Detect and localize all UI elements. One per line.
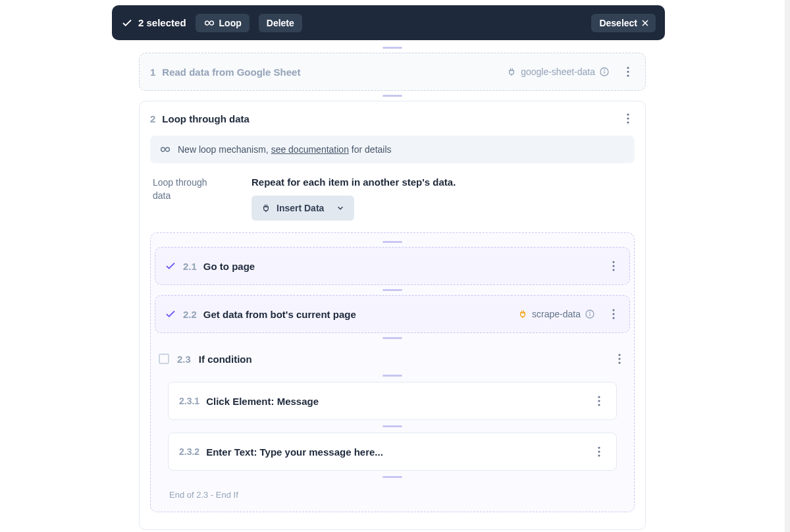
svg-point-25 [598, 404, 600, 406]
svg-point-17 [612, 309, 614, 311]
svg-point-28 [598, 454, 600, 456]
step-output-tag[interactable]: google-sheet-data [506, 66, 610, 77]
selection-toolbar: 2 selected Loop Delete Deselect [112, 5, 665, 40]
svg-point-5 [627, 66, 629, 68]
plug-icon [506, 66, 517, 77]
info-icon[interactable] [599, 66, 610, 77]
step-title: Read data from Google Sheet [162, 66, 300, 78]
step-1[interactable]: 1 Read data from Google Sheet google-she… [139, 53, 646, 91]
svg-point-21 [618, 358, 620, 359]
step-menu-button[interactable] [621, 112, 635, 125]
close-icon [640, 18, 650, 28]
step-menu-button[interactable] [592, 445, 606, 458]
loop-button[interactable]: Loop [196, 14, 250, 32]
step-output-tag[interactable]: scrape-data [517, 309, 595, 319]
deselect-button[interactable]: Deselect [591, 14, 656, 32]
loop-mode-description: Repeat for each item in another step's d… [251, 176, 632, 188]
substep-2-3[interactable]: 2.3 If condition [156, 352, 629, 365]
connector[interactable] [382, 95, 402, 97]
step-2: 2 Loop through data New loop mechanism, … [139, 101, 646, 530]
svg-point-23 [598, 396, 600, 398]
step-title: Click Element: Message [206, 396, 319, 407]
chevron-down-icon [336, 203, 345, 213]
delete-button-label: Delete [267, 18, 294, 28]
step-title: Loop through data [162, 113, 249, 124]
connector[interactable] [382, 241, 402, 243]
svg-point-7 [627, 74, 629, 76]
step-title: If condition [199, 354, 252, 365]
step-menu-button[interactable] [607, 259, 620, 273]
substep-2-1[interactable]: 2.1 Go to page [155, 247, 630, 285]
svg-point-27 [598, 450, 600, 452]
deselect-button-label: Deselect [599, 18, 637, 28]
step-menu-button[interactable] [613, 352, 626, 365]
loop-data-label: Loop through data [153, 176, 219, 202]
svg-point-26 [598, 446, 600, 448]
svg-point-4 [604, 70, 605, 70]
svg-point-18 [612, 313, 614, 315]
check-icon [121, 17, 133, 29]
step-number: 2.3.1 [179, 396, 199, 406]
loop-button-label: Loop [219, 18, 242, 28]
svg-point-13 [612, 269, 614, 271]
connector[interactable] [382, 425, 402, 427]
step-number: 2.2 [183, 309, 197, 320]
svg-point-16 [590, 312, 591, 313]
check-icon [165, 260, 176, 272]
connector[interactable] [382, 337, 402, 339]
plug-icon [517, 309, 528, 319]
workflow-canvas: 1 Read data from Google Sheet google-she… [0, 40, 785, 532]
step-title: Get data from bot's current page [203, 309, 356, 320]
check-icon [165, 308, 176, 320]
step-number: 2.3.2 [179, 446, 199, 457]
selected-count: 2 selected [138, 17, 186, 28]
svg-point-9 [627, 117, 629, 119]
end-if-label: End of 2.3 - End If [156, 482, 629, 500]
step-menu-button[interactable] [621, 65, 635, 78]
svg-point-6 [627, 70, 629, 72]
doc-link[interactable]: see documentation [271, 144, 349, 155]
if-block: 2.3 If condition 2.3.1 Click Element: Me… [155, 352, 630, 500]
info-icon[interactable] [585, 309, 595, 319]
svg-point-8 [627, 113, 629, 115]
svg-point-24 [598, 400, 600, 402]
infinity-icon [159, 144, 171, 155]
insert-data-dropdown[interactable]: Insert Data [251, 196, 354, 221]
step-menu-button[interactable] [592, 394, 606, 408]
substep-2-2[interactable]: 2.2 Get data from bot's current page scr… [155, 295, 630, 333]
select-checkbox[interactable] [159, 354, 169, 364]
step-number: 2.3 [177, 354, 191, 365]
step-number: 2.1 [183, 261, 197, 272]
delete-button[interactable]: Delete [259, 14, 302, 32]
connector[interactable] [382, 289, 402, 291]
step-number: 1 [150, 66, 155, 78]
loop-notice: New loop mechanism, see documentation fo… [150, 136, 635, 163]
svg-point-11 [612, 261, 614, 263]
loop-config-row: Loop through data Repeat for each item i… [150, 176, 635, 221]
substep-2-3-2[interactable]: 2.3.2 Enter Text: Type your message here… [168, 433, 617, 471]
connector[interactable] [382, 476, 402, 478]
connector[interactable] [382, 47, 402, 49]
substep-2-3-1[interactable]: 2.3.1 Click Element: Message [168, 382, 617, 420]
plug-icon [261, 203, 271, 213]
step-title: Go to page [203, 261, 255, 272]
step-2-header[interactable]: 2 Loop through data [150, 112, 635, 125]
connector[interactable] [382, 375, 402, 377]
step-title: Enter Text: Type your message here... [206, 446, 383, 458]
svg-point-19 [612, 317, 614, 319]
svg-point-12 [612, 265, 614, 267]
step-menu-button[interactable] [607, 307, 620, 321]
svg-point-22 [618, 361, 620, 363]
svg-point-10 [627, 121, 629, 123]
svg-point-20 [618, 354, 620, 356]
loop-body: 2.1 Go to page 2.2 Get data from bot's c… [150, 232, 635, 512]
step-number: 2 [150, 113, 155, 124]
